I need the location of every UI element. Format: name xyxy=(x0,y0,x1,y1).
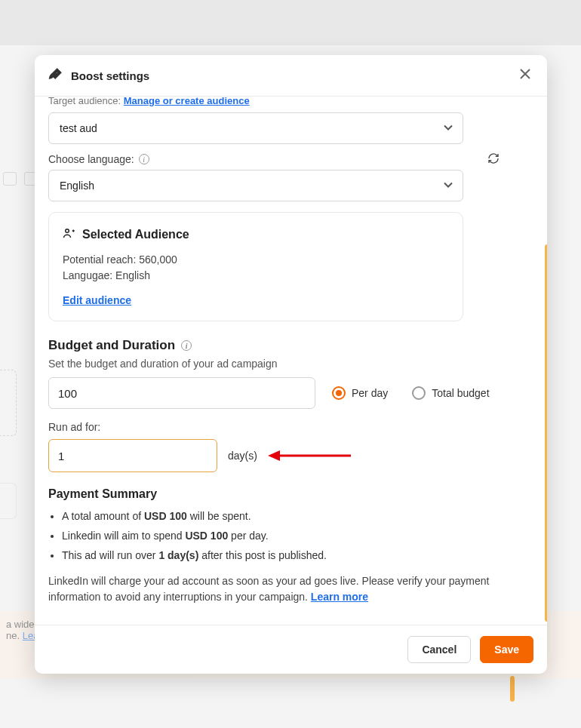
audience-select-value: test aud xyxy=(60,122,97,134)
total-budget-radio[interactable]: Total budget xyxy=(412,386,489,400)
reach-label: Potential reach: xyxy=(63,253,136,266)
svg-marker-3 xyxy=(268,450,280,461)
modal-body: Target audience: Manage or create audien… xyxy=(35,97,547,625)
per-day-radio[interactable]: Per day xyxy=(332,386,388,400)
days-suffix: day(s) xyxy=(228,450,257,462)
svg-point-0 xyxy=(56,72,58,74)
run-ad-for-label: Run ad for: xyxy=(48,421,533,433)
target-audience-row: Target audience: Manage or create audien… xyxy=(48,97,533,106)
banner-text: a wider xyxy=(6,619,38,630)
language-select[interactable]: English xyxy=(48,170,463,201)
modal-header: Boost settings xyxy=(35,55,547,97)
rocket-icon xyxy=(48,66,63,84)
learn-more-link[interactable]: Learn more xyxy=(311,591,368,603)
edit-audience-link[interactable]: Edit audience xyxy=(63,294,131,306)
outside-scrollbar-mark xyxy=(510,676,515,702)
radio-icon xyxy=(412,386,426,400)
background-dashed-box xyxy=(0,370,17,436)
audience-lang-label: Langugae: xyxy=(63,269,112,281)
audience-lang-value: English xyxy=(115,269,150,281)
scrollbar[interactable] xyxy=(545,244,547,622)
summary-item-perday: Linkedin will aim to spend USD 100 per d… xyxy=(62,527,533,546)
per-day-label: Per day xyxy=(352,387,388,399)
choose-language-label: Choose language: i xyxy=(48,153,533,165)
budget-type-radio-group: Per day Total budget xyxy=(332,386,490,400)
selected-audience-card: Selected Audience Potential reach: 560,0… xyxy=(48,212,463,321)
save-button[interactable]: Save xyxy=(480,636,533,663)
budget-section-desc: Set the budget and duration of your ad c… xyxy=(48,358,533,370)
people-icon xyxy=(63,226,76,243)
background-view-icons xyxy=(3,172,38,186)
boost-settings-modal: Boost settings Target audience: Manage o… xyxy=(35,55,547,674)
banner-text2: ne. xyxy=(6,630,20,641)
payment-summary-title: Payment Summary xyxy=(48,487,533,501)
total-budget-label: Total budget xyxy=(432,387,489,399)
info-icon[interactable]: i xyxy=(139,154,149,164)
refresh-button[interactable] xyxy=(487,152,500,167)
summary-item-total: A total amount of USD 100 will be spent. xyxy=(62,507,533,527)
manage-audience-link[interactable]: Manage or create audience xyxy=(124,97,250,106)
arrow-annotation xyxy=(268,448,351,463)
chevron-down-icon xyxy=(443,180,453,192)
modal-footer: Cancel Save xyxy=(35,625,547,674)
svg-point-1 xyxy=(66,229,69,233)
selected-audience-title: Selected Audience xyxy=(82,228,189,241)
cancel-button[interactable]: Cancel xyxy=(407,636,471,663)
summary-item-duration: This ad will run over 1 day(s) after thi… xyxy=(62,546,533,566)
language-select-value: English xyxy=(60,180,94,192)
close-button[interactable] xyxy=(517,66,533,85)
radio-icon xyxy=(332,386,346,400)
duration-input[interactable] xyxy=(48,439,217,472)
reach-value: 560,000 xyxy=(139,253,177,266)
info-icon[interactable]: i xyxy=(181,340,192,351)
budget-amount-input[interactable] xyxy=(48,377,315,409)
background-box xyxy=(0,483,17,519)
payment-summary-list: A total amount of USD 100 will be spent.… xyxy=(62,507,533,566)
modal-title: Boost settings xyxy=(71,69,149,82)
target-audience-label: Target audience: xyxy=(48,97,121,106)
budget-section-title: Budget and Duration i xyxy=(48,338,533,353)
audience-select[interactable]: test aud xyxy=(48,112,463,144)
payment-fineprint: LinkedIn will charge your ad account as … xyxy=(48,573,533,606)
chevron-down-icon xyxy=(443,122,453,135)
background-topbar xyxy=(0,0,581,45)
